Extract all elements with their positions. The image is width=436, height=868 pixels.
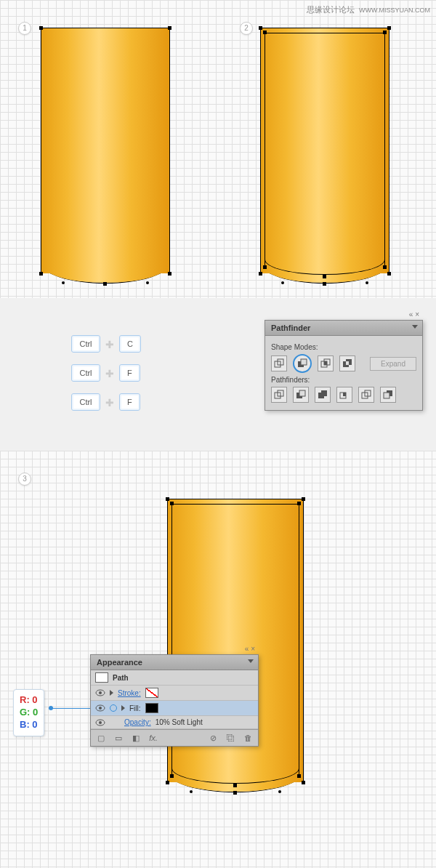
shortcut-row-2: Ctrl✚F — [69, 362, 142, 384]
svg-rect-6 — [324, 361, 327, 365]
key-ctrl: Ctrl — [71, 364, 100, 382]
svg-rect-3 — [301, 359, 307, 365]
appearance-row-fill[interactable]: Fill: — [91, 701, 258, 716]
shape-mode-exclude[interactable] — [339, 355, 355, 371]
shape-mode-minus-front[interactable] — [293, 354, 312, 373]
rgb-callout: R: 0 G: 0 B: 0 — [13, 689, 44, 736]
key-f: F — [119, 393, 140, 411]
step-badge-2: 2 — [240, 22, 253, 35]
section-1: 思缘设计论坛 WWW.MISSYUAN.COM 1 2 — [0, 0, 436, 298]
key-c: C — [119, 335, 141, 353]
offset-path[interactable] — [265, 33, 385, 268]
svg-rect-9 — [346, 361, 349, 365]
add-effect-icon[interactable]: fx. — [148, 733, 159, 743]
appearance-panel-title[interactable]: Appearance — [91, 655, 258, 670]
section-3: 3 R: 0 G: 0 B: 0 « × Appearance Path St — [0, 451, 436, 868]
pathfinder-crop[interactable] — [336, 387, 352, 403]
svg-point-25 — [99, 707, 102, 710]
svg-point-23 — [99, 691, 102, 694]
add-stroke-icon[interactable]: ▭ — [113, 733, 124, 743]
add-fill-icon[interactable]: ◧ — [130, 733, 142, 743]
pathfinders-label: Pathfinders: — [271, 376, 416, 384]
cylinder-shape-1[interactable] — [41, 28, 170, 273]
svg-rect-21 — [384, 393, 389, 398]
stroke-link[interactable]: Stroke: — [118, 689, 141, 697]
svg-rect-13 — [299, 390, 305, 396]
shape-modes-label: Shape Modes: — [271, 343, 416, 351]
clear-appearance-icon[interactable]: ⊘ — [207, 733, 219, 743]
path-label: Path — [113, 674, 129, 682]
shape-mode-unite[interactable] — [271, 355, 287, 371]
stroke-swatch-none[interactable] — [145, 688, 158, 698]
target-icon[interactable] — [110, 704, 117, 712]
svg-point-27 — [99, 721, 102, 724]
opacity-link[interactable]: Opacity: — [124, 718, 151, 726]
step-badge-3: 3 — [18, 473, 31, 486]
panel-collapse-icon[interactable]: « × — [245, 645, 255, 653]
duplicate-icon[interactable]: ⿻ — [225, 733, 236, 743]
thumbnail-icon — [95, 672, 108, 683]
watermark: 思缘设计论坛 WWW.MISSYUAN.COM — [307, 4, 430, 15]
pathfinder-minus-back[interactable] — [380, 387, 396, 403]
expand-button[interactable]: Expand — [370, 357, 416, 371]
key-ctrl: Ctrl — [71, 393, 100, 411]
pathfinder-divide[interactable] — [271, 387, 287, 403]
svg-rect-17 — [343, 393, 346, 396]
cylinder-shape-2[interactable] — [260, 28, 389, 273]
visibility-icon[interactable] — [95, 689, 105, 696]
step-badge-1: 1 — [18, 22, 31, 35]
disclosure-triangle-icon[interactable] — [110, 690, 113, 696]
pathfinder-panel-title[interactable]: Pathfinder — [265, 321, 422, 336]
pathfinder-outline[interactable] — [358, 387, 374, 403]
appearance-panel[interactable]: « × Appearance Path Stroke: Fill: — [90, 654, 259, 747]
section-2: Ctrl✚C Ctrl✚F Ctrl✚F « × Pathfinder Shap… — [0, 298, 436, 451]
disclosure-triangle-icon[interactable] — [121, 705, 125, 711]
appearance-row-stroke[interactable]: Stroke: — [91, 686, 258, 701]
delete-icon[interactable]: 🗑 — [242, 733, 254, 743]
panel-collapse-icon[interactable]: « × — [409, 310, 419, 318]
new-art-toggle-icon[interactable]: ▢ — [95, 733, 107, 743]
shortcut-row-3: Ctrl✚F — [69, 391, 142, 413]
key-ctrl: Ctrl — [71, 335, 100, 353]
visibility-icon[interactable] — [95, 704, 105, 712]
shape-mode-intersect[interactable] — [318, 355, 334, 371]
appearance-row-opacity[interactable]: Opacity: 10% Soft Light — [91, 716, 258, 729]
pathfinder-trim[interactable] — [293, 387, 309, 403]
pathfinder-panel[interactable]: « × Pathfinder Shape Modes: Expand Pathf… — [265, 320, 423, 411]
appearance-row-path[interactable]: Path — [91, 670, 258, 686]
appearance-panel-footer: ▢ ▭ ◧ fx. ⊘ ⿻ 🗑 — [91, 729, 258, 746]
opacity-value: 10% Soft Light — [156, 718, 203, 726]
fill-label: Fill: — [129, 704, 141, 712]
shortcut-row-1: Ctrl✚C — [69, 333, 143, 355]
svg-rect-15 — [321, 390, 327, 396]
fill-swatch-black[interactable] — [145, 703, 158, 713]
pathfinder-merge[interactable] — [315, 387, 331, 403]
key-f: F — [119, 364, 140, 382]
visibility-icon[interactable] — [95, 719, 105, 726]
